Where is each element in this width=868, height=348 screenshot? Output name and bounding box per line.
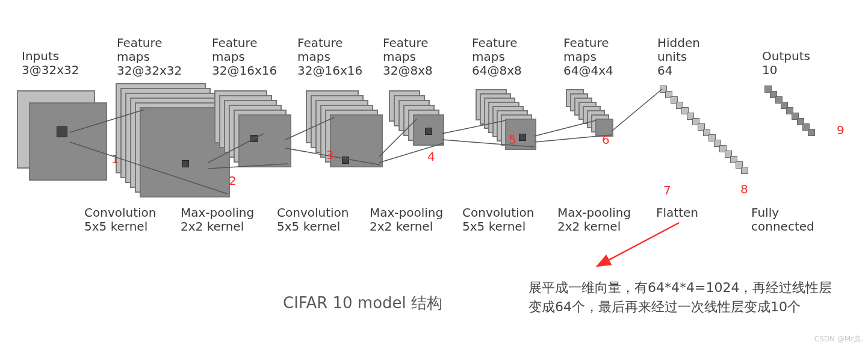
flatten-note-l2: 变成64个，最后再来经过一次线性层变成10个 — [529, 299, 801, 314]
op-pool3: Max-pooling 2x2 kernel — [557, 206, 631, 234]
op-conv3: Convolution 5x5 kernel — [462, 206, 535, 234]
unit-cell — [808, 129, 815, 136]
label-fmap1: Feature maps 32@32x32 — [117, 36, 182, 78]
label-inputs: Inputs 3@32x32 — [22, 49, 79, 77]
label-hidden: Hidden units 64 — [657, 36, 700, 78]
op-pool1: Max-pooling 2x2 kernel — [181, 206, 254, 234]
label-fmap4-t3: 32@8x8 — [383, 63, 433, 78]
label-fmap4-t1: Feature — [383, 36, 429, 50]
red-3: 3 — [326, 148, 334, 162]
red-1: 1 — [111, 152, 119, 166]
flatten-note-l1: 展平成一维向量，有64*4*4=1024，再经过线性层 — [529, 280, 832, 295]
label-hidden-t3: 64 — [657, 63, 672, 78]
op-pool1-l2: 2x2 kernel — [181, 219, 244, 234]
label-hidden-t2: units — [657, 49, 687, 64]
op-conv3-l2: 5x5 kernel — [462, 219, 525, 234]
op-conv2: Convolution 5x5 kernel — [277, 206, 349, 234]
diagram-title: CIFAR 10 model 结构 — [283, 293, 442, 314]
op-fc: Fully connected — [751, 206, 814, 234]
label-fmap1-t2: maps — [117, 49, 150, 64]
kernel-cube — [250, 135, 258, 142]
label-fmap1-t3: 32@32x32 — [117, 63, 182, 78]
label-fmap5-t1: Feature — [472, 36, 518, 50]
op-pool1-l1: Max-pooling — [181, 205, 254, 220]
label-fmap2-t3: 32@16x16 — [212, 63, 277, 78]
op-pool2-l1: Max-pooling — [370, 205, 443, 220]
label-fmap6: Feature maps 64@4x4 — [563, 36, 613, 78]
kernel-cube — [57, 126, 67, 137]
op-flatten-l1: Flatten — [656, 205, 698, 220]
label-outputs-t2: 10 — [762, 63, 777, 77]
label-fmap6-t3: 64@4x4 — [563, 63, 613, 78]
label-fmap2: Feature maps 32@16x16 — [212, 36, 277, 78]
unit-cell — [741, 167, 748, 174]
label-fmap6-t1: Feature — [563, 36, 609, 50]
op-flatten: Flatten — [656, 206, 698, 220]
label-fmap6-t2: maps — [563, 49, 597, 64]
label-fmap2-t2: maps — [212, 49, 245, 64]
op-pool2: Max-pooling 2x2 kernel — [370, 206, 443, 234]
op-conv3-l1: Convolution — [462, 205, 535, 220]
red-8: 8 — [740, 182, 748, 196]
label-fmap5-t2: maps — [472, 49, 505, 64]
red-2: 2 — [229, 173, 237, 188]
op-pool3-l1: Max-pooling — [557, 205, 631, 220]
label-outputs: Outputs 10 — [762, 49, 810, 77]
red-6: 6 — [602, 132, 610, 147]
label-fmap3: Feature maps 32@16x16 — [297, 36, 362, 78]
label-outputs-t1: Outputs — [762, 49, 810, 63]
watermark: CSDN @Mr庞. — [814, 334, 863, 344]
red-9: 9 — [837, 123, 845, 137]
stack-inputs — [17, 90, 113, 187]
label-hidden-t1: Hidden — [657, 36, 700, 50]
op-pool2-l2: 2x2 kernel — [370, 219, 433, 234]
op-conv1-l1: Convolution — [84, 205, 157, 220]
svg-line-12 — [612, 89, 662, 131]
flatten-note: 展平成一维向量，有64*4*4=1024，再经过线性层 变成64个，最后再来经过… — [529, 278, 832, 317]
op-fc-l2: connected — [751, 219, 814, 234]
label-fmap5: Feature maps 64@8x8 — [472, 36, 522, 78]
op-conv1-l2: 5x5 kernel — [84, 219, 147, 234]
op-fc-l1: Fully — [751, 205, 779, 220]
red-7: 7 — [663, 183, 671, 197]
label-fmap2-t1: Feature — [212, 36, 258, 50]
red-4: 4 — [427, 149, 435, 164]
kernel-cube — [425, 128, 432, 135]
kernel-cube — [342, 157, 349, 164]
label-fmap3-t2: maps — [297, 49, 330, 64]
kernel-cube — [519, 134, 526, 141]
kernel-cube — [182, 160, 189, 167]
label-fmap1-t1: Feature — [117, 36, 163, 50]
label-inputs-t1: Inputs — [22, 49, 59, 63]
label-fmap3-t1: Feature — [297, 36, 343, 50]
op-conv2-l1: Convolution — [277, 205, 349, 220]
op-conv2-l2: 5x5 kernel — [277, 219, 340, 234]
label-fmap3-t3: 32@16x16 — [297, 63, 362, 78]
op-pool3-l2: 2x2 kernel — [557, 219, 621, 234]
red-5: 5 — [509, 132, 516, 147]
label-fmap4: Feature maps 32@8x8 — [383, 36, 433, 78]
label-fmap5-t3: 64@8x8 — [472, 63, 522, 78]
op-conv1: Convolution 5x5 kernel — [84, 206, 157, 234]
label-fmap4-t2: maps — [383, 49, 416, 64]
label-inputs-t2: 3@32x32 — [22, 63, 79, 77]
